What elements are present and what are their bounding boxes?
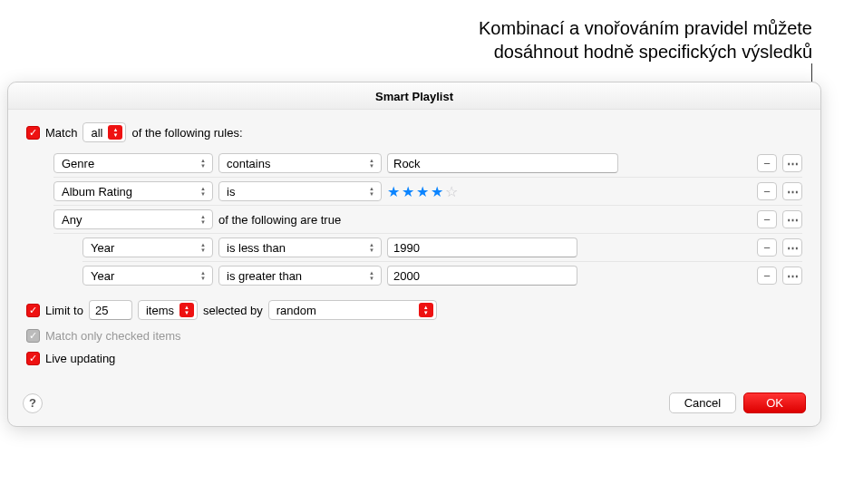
rule-value-input[interactable] (387, 237, 577, 257)
cancel-button[interactable]: Cancel (669, 393, 736, 413)
updown-icon: ▲▼ (197, 212, 209, 227)
more-rule-button[interactable] (782, 154, 802, 172)
updown-icon: ▲▼ (419, 303, 433, 317)
remove-rule-button[interactable] (757, 154, 777, 172)
rules-container: Genre ▲▼ contains ▲▼ Album Rating ▲▼ (53, 150, 802, 289)
rule-operator-select[interactable]: is greater than ▲▼ (218, 266, 382, 286)
updown-icon: ▲▼ (365, 240, 378, 255)
nested-rule-row: Year ▲▼ is greater than ▲▼ (82, 262, 802, 289)
remove-rule-button[interactable] (757, 238, 777, 257)
dialog-title: Smart Playlist (8, 82, 820, 110)
updown-icon: ▲▼ (197, 156, 209, 170)
rule-field-select[interactable]: Year ▲▼ (82, 237, 213, 257)
star-rating[interactable]: ★★★★☆ (387, 183, 460, 200)
updown-icon: ▲▼ (197, 184, 209, 199)
rule-operator-select[interactable]: is ▲▼ (218, 181, 382, 201)
live-updating-label: Live updating (45, 352, 115, 365)
match-checked-label: Match only checked items (45, 329, 181, 343)
remove-rule-button[interactable] (757, 182, 777, 200)
remove-rule-button[interactable] (757, 267, 777, 285)
match-mode-select[interactable]: all ▲▼ (82, 122, 126, 142)
match-checkbox[interactable]: ✓ (26, 126, 40, 140)
match-suffix-label: of the following rules: (131, 126, 242, 140)
ok-button[interactable]: OK (743, 393, 806, 413)
rule-value-input[interactable] (387, 266, 577, 286)
updown-icon: ▲▼ (365, 184, 378, 199)
updown-icon: ▲▼ (179, 303, 194, 317)
more-rule-button[interactable] (782, 182, 802, 200)
rule-operator-select[interactable]: contains ▲▼ (218, 153, 382, 173)
limit-unit-select[interactable]: items ▲▼ (138, 300, 198, 320)
more-rule-button[interactable] (782, 238, 802, 257)
more-rule-button[interactable] (782, 267, 802, 285)
limit-checkbox[interactable]: ✓ (26, 304, 40, 317)
limit-count-input[interactable] (89, 300, 132, 320)
help-button[interactable]: ? (23, 393, 43, 413)
limit-label: Limit to (45, 304, 83, 317)
updown-icon: ▲▼ (197, 268, 209, 283)
rule-operator-select[interactable]: is less than ▲▼ (218, 237, 382, 257)
rule-field-select[interactable]: Genre ▲▼ (53, 153, 213, 173)
rule-field-select[interactable]: Album Rating ▲▼ (53, 181, 213, 201)
rule-group-suffix-label: of the following are true (218, 213, 341, 227)
updown-icon: ▲▼ (365, 268, 378, 283)
rule-field-select[interactable]: Year ▲▼ (82, 266, 213, 286)
limit-method-select[interactable]: random ▲▼ (268, 300, 437, 320)
smart-playlist-dialog: Smart Playlist ✓ Match all ▲▼ of the fol… (7, 82, 821, 427)
rule-value-input[interactable] (387, 153, 618, 173)
rule-row: Album Rating ▲▼ is ▲▼ ★★★★☆ (53, 178, 802, 206)
rule-group-row: Any ▲▼ of the following are true (53, 206, 802, 234)
more-rule-button[interactable] (782, 210, 802, 228)
selected-by-label: selected by (203, 304, 263, 317)
nested-rule-row: Year ▲▼ is less than ▲▼ (82, 234, 802, 262)
updown-icon: ▲▼ (197, 240, 209, 255)
rule-row: Genre ▲▼ contains ▲▼ (53, 150, 802, 178)
annotation-text: Kombinací a vnořováním pravidel můžete d… (272, 16, 812, 63)
updown-icon: ▲▼ (365, 156, 378, 170)
match-checked-items-checkbox[interactable]: ✓ (26, 329, 40, 343)
updown-icon: ▲▼ (108, 125, 122, 140)
remove-rule-button[interactable] (757, 210, 777, 228)
rule-group-mode-select[interactable]: Any ▲▼ (53, 209, 213, 229)
live-updating-checkbox[interactable]: ✓ (26, 352, 40, 365)
match-prefix-label: Match (45, 126, 77, 140)
